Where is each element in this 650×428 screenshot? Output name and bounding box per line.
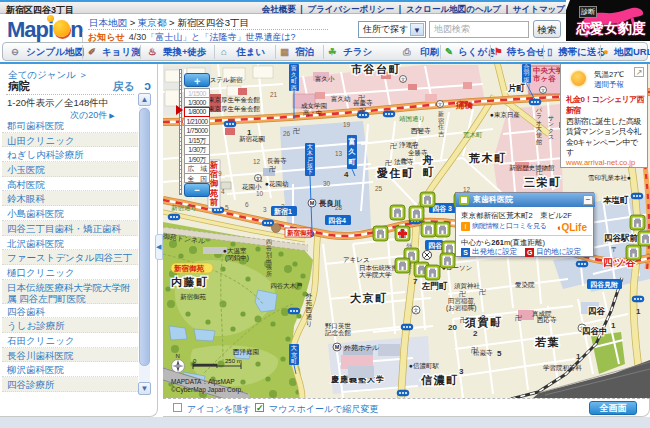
- svg-text:卍: 卍: [359, 107, 366, 115]
- svg-text:1: 1: [576, 352, 581, 361]
- svg-text:パラオ大使館: パラオ大使館: [535, 107, 543, 146]
- svg-text:卍: 卍: [459, 290, 466, 298]
- svg-text:11: 11: [256, 176, 263, 183]
- svg-text:東京厚生年金会館: 東京厚生年金会館: [208, 105, 261, 113]
- svg-text:卍: 卍: [515, 314, 522, 322]
- svg-text:●花園幼: ●花園幼: [265, 180, 288, 188]
- svg-text:卍: 卍: [269, 165, 276, 173]
- svg-text:荒木町: 荒木町: [463, 131, 483, 139]
- svg-text:3: 3: [459, 367, 464, 376]
- svg-text:●東京日産: ●東京日産: [490, 111, 520, 118]
- svg-text:愛染院: 愛染院: [515, 281, 535, 289]
- svg-text:4: 4: [221, 188, 225, 195]
- svg-text:片町: 片町: [507, 83, 526, 93]
- svg-text:外苑西通り: 外苑西通り: [305, 292, 313, 328]
- svg-text:2: 2: [281, 203, 285, 210]
- svg-text:26: 26: [283, 130, 291, 137]
- svg-text:西応寺: 西応寺: [536, 316, 557, 323]
- svg-text:東京厚生年金会館: 東京厚生年金会館: [208, 96, 261, 104]
- svg-text:新宿御苑: 新宿御苑: [173, 264, 205, 273]
- svg-text:大木戸坂下: 大木戸坂下: [306, 143, 313, 175]
- svg-text:本塩町: 本塩町: [602, 195, 629, 205]
- svg-text:富久町西: 富久町西: [291, 64, 297, 92]
- svg-text:1: 1: [247, 128, 252, 137]
- svg-text:文: 文: [438, 102, 443, 107]
- svg-text:市ヶ谷: 市ヶ谷: [532, 74, 556, 83]
- svg-text:雪印乳業本社●: 雪印乳業本社●: [588, 174, 631, 182]
- svg-text:卍: 卍: [468, 302, 475, 310]
- svg-text:1: 1: [636, 307, 641, 316]
- svg-text:長善寺: 長善寺: [267, 157, 287, 165]
- svg-text:四谷大木戸: 四谷大木戸: [270, 282, 303, 290]
- svg-text:卍: 卍: [479, 288, 486, 296]
- svg-text:5: 5: [225, 204, 229, 211]
- svg-text:卍: 卍: [390, 142, 397, 150]
- svg-text:2: 2: [473, 329, 478, 338]
- svg-text:新宿通り: 新宿通り: [171, 204, 197, 212]
- svg-text:四谷中: 四谷中: [582, 326, 608, 336]
- svg-text:四谷: 四谷: [428, 242, 443, 250]
- svg-text:須賀神社: 須賀神社: [454, 282, 481, 290]
- svg-text:卍: 卍: [293, 127, 300, 135]
- svg-text:記念会館: 記念会館: [325, 329, 352, 337]
- svg-text:富久小: 富久小: [315, 75, 335, 82]
- svg-text:卍: 卍: [358, 94, 365, 102]
- svg-text:13: 13: [335, 150, 343, 157]
- svg-text:四谷別出張所: 四谷別出張所: [266, 239, 272, 277]
- svg-text:痛橋: 痛橋: [455, 100, 474, 110]
- svg-text:●信濃町駅: ●信濃町駅: [409, 362, 439, 370]
- svg-text:富久町: 富久町: [348, 137, 357, 166]
- svg-text:新宿歴史博物館: 新宿歴史博物館: [509, 164, 555, 172]
- svg-text:MAPDATA：AlpsMAP: MAPDATA：AlpsMAP: [171, 378, 235, 386]
- svg-text:信濃町: 信濃町: [420, 374, 459, 386]
- svg-text:文: 文: [401, 77, 406, 82]
- svg-text:©CyberMap Japan Corp.: ©CyberMap Japan Corp.: [171, 386, 243, 394]
- svg-text:四谷4: 四谷4: [328, 217, 346, 225]
- svg-text:卍: 卍: [401, 157, 408, 165]
- svg-text:2: 2: [481, 313, 486, 322]
- svg-text:21: 21: [270, 91, 278, 98]
- svg-text:高・中: 高・中: [303, 109, 323, 116]
- svg-text:卍: 卍: [416, 127, 423, 135]
- svg-text:文: 文: [541, 88, 546, 93]
- svg-text:25: 25: [375, 185, 383, 192]
- svg-text:卍: 卍: [536, 168, 543, 176]
- svg-text:四谷 3: 四谷 3: [432, 205, 452, 213]
- svg-text:富久幼: 富久幼: [331, 95, 351, 103]
- svg-text:6: 6: [245, 201, 249, 208]
- svg-text:全勝寺: 全勝寺: [408, 149, 428, 156]
- svg-text:卍: 卍: [460, 316, 467, 324]
- svg-text:サンクス: サンクス: [548, 115, 554, 140]
- svg-text:9: 9: [218, 170, 222, 177]
- svg-text:愛住町: 愛住町: [377, 167, 415, 179]
- svg-text:28: 28: [335, 204, 343, 211]
- svg-text:四谷駅前: 四谷駅前: [604, 233, 639, 243]
- svg-text:外苑ホテル: 外苑ホテル: [344, 344, 380, 352]
- svg-text:大京町: 大京町: [291, 344, 297, 364]
- svg-text:荒木町: 荒木町: [468, 152, 507, 164]
- svg-text:新宿御苑: 新宿御苑: [180, 293, 207, 301]
- svg-text:舟町: 舟町: [422, 154, 435, 178]
- svg-text:3: 3: [263, 206, 267, 213]
- svg-text:N: N: [176, 353, 180, 359]
- svg-text:7: 7: [413, 277, 418, 286]
- svg-text:1: 1: [611, 321, 616, 330]
- svg-text:12: 12: [253, 158, 261, 165]
- svg-text:M: M: [335, 344, 340, 350]
- svg-text:三栄町: 三栄町: [524, 176, 562, 188]
- svg-text:(閉鎖中): (閉鎖中): [225, 254, 249, 262]
- svg-text:靖国通り: 靖国通り: [399, 115, 425, 123]
- svg-text:真成院: 真成院: [532, 310, 552, 318]
- svg-text:卍: 卍: [493, 320, 500, 328]
- svg-text:文: 文: [414, 307, 419, 313]
- svg-text:四谷: 四谷: [588, 306, 606, 316]
- svg-text:卍: 卍: [471, 346, 478, 354]
- svg-text:30: 30: [323, 180, 331, 187]
- svg-text:新宿御苑: 新宿御苑: [287, 229, 314, 237]
- svg-text:4: 4: [344, 170, 349, 179]
- svg-text:若葉: 若葉: [534, 336, 560, 348]
- svg-text:大学院大学: 大学院大学: [359, 271, 392, 279]
- svg-text:250 m: 250 m: [225, 358, 242, 364]
- svg-text:左門町: 左門町: [421, 281, 448, 291]
- svg-text:西洋庭園: 西洋庭園: [232, 348, 259, 356]
